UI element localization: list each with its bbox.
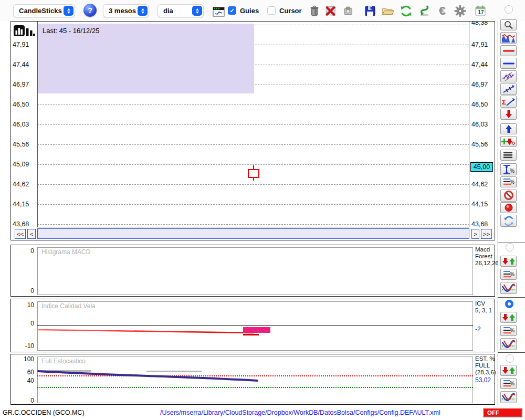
icv-panel-radio[interactable] xyxy=(505,300,513,308)
icv-panel-title: Indice Calidad Vela xyxy=(41,302,96,310)
refresh-icon[interactable] xyxy=(400,4,413,17)
sidebar-divider xyxy=(498,352,525,353)
toolbar: CandleSticks ? 3 mesos dia ✓ Guies Curso… xyxy=(0,0,525,21)
zero-line xyxy=(37,326,473,326)
scroll-first-button[interactable]: << xyxy=(15,229,26,239)
main-chart-panel[interactable]: Last: 45 - 16/12/25 47,91 47,44 46,97 46… xyxy=(10,21,495,240)
y-axis-label: 43,68 xyxy=(471,220,488,228)
axis-label: 60 xyxy=(19,369,34,376)
axis-label: -10 xyxy=(19,342,34,350)
forbid-tool-button[interactable] xyxy=(500,190,517,202)
svg-text:%: % xyxy=(510,328,514,333)
macd-info: Forest xyxy=(475,253,498,260)
y-axis-label: 46,50 xyxy=(13,100,29,109)
icv-red-line xyxy=(37,327,279,336)
settings-gear-icon[interactable] xyxy=(454,4,467,17)
axis-label: 100 xyxy=(19,355,34,363)
red-hline-tool-button[interactable] xyxy=(500,45,517,56)
record-tool-button[interactable] xyxy=(500,202,517,213)
macd-panel[interactable]: Histgrama MACD 0 0 Macd Forest 26,12,26 xyxy=(10,245,495,297)
period-select[interactable]: 3 mesos xyxy=(103,4,149,17)
axis-label: 0 xyxy=(19,287,34,295)
y-axis-label: 45,56 xyxy=(13,140,29,149)
macd-panel-title: Histgrama MACD xyxy=(41,248,90,256)
macd-arrows-button[interactable] xyxy=(500,256,517,267)
arrow-up-tool-button[interactable] xyxy=(500,123,517,134)
plot-frame xyxy=(37,22,469,227)
chart-type-select[interactable]: CandleSticks xyxy=(13,4,75,17)
stochastic-panel[interactable]: Full Estocastico 100 60 40 0 EST. % FULL… xyxy=(10,354,495,405)
stochastic-info: FULL xyxy=(475,362,498,369)
y-axis-label: 47,91 xyxy=(13,40,29,49)
current-price-tag: 45,00 xyxy=(470,162,493,172)
interval-select[interactable]: dia xyxy=(158,4,204,17)
y-axis-label: 45,56 xyxy=(471,140,488,149)
sum-trend-tool-button[interactable]: Σ xyxy=(500,96,517,108)
zoom-tool-button[interactable] xyxy=(500,19,517,30)
cursor-checkbox[interactable]: Cursor xyxy=(267,6,302,15)
icv-lines-percent-button[interactable]: % xyxy=(500,325,517,336)
chart-type-value: CandleSticks xyxy=(19,7,62,15)
y-axis-label: 48,38 xyxy=(471,21,488,27)
price-volume-chart-button[interactable] xyxy=(500,32,517,44)
guies-checkbox[interactable]: ✓ Guies xyxy=(228,6,259,15)
measure-percent-tool-button[interactable]: % xyxy=(500,163,517,175)
delete-red-x-icon[interactable] xyxy=(324,4,337,17)
stochastic-curves-button[interactable] xyxy=(500,391,517,403)
trash-icon[interactable] xyxy=(308,4,321,17)
blue-hline-tool-button[interactable] xyxy=(500,58,517,69)
zigzag-channel-tool-button[interactable] xyxy=(500,70,517,82)
icv-signal-bar xyxy=(243,327,270,333)
status-bar: GR.C.OCCIDEN (GCO.MC) /Users/mserra/Libr… xyxy=(0,407,525,420)
stochastic-panel-radio[interactable] xyxy=(506,354,514,363)
revert-icon[interactable] xyxy=(418,4,431,17)
y-axis-label: 45,09 xyxy=(13,160,29,169)
help-button[interactable]: ? xyxy=(83,4,97,17)
axis-label: 0 xyxy=(19,247,34,255)
save-floppy-icon[interactable] xyxy=(363,4,376,17)
sync-tool-button[interactable] xyxy=(500,215,517,227)
stochastic-info: (28,3,6) xyxy=(475,369,498,376)
cursor-label: Cursor xyxy=(279,7,302,15)
symbol-label: GR.C.OCCIDEN (GCO.MC) xyxy=(3,409,85,416)
macd-panel-radio[interactable] xyxy=(506,243,514,251)
icv-curves-button[interactable] xyxy=(500,338,517,350)
macd-info: Macd xyxy=(475,246,498,253)
off-status-badge[interactable]: OFF xyxy=(483,408,522,417)
icv-panel[interactable]: Indice Calidad Vela 10 0 -10 ICV 5, 3, 1… xyxy=(10,299,495,352)
y-axis-label: 44,62 xyxy=(13,180,29,188)
histogram-chart-icon[interactable] xyxy=(13,24,35,40)
config-path-label: /Users/mserra/Library/CloudStorage/Dropb… xyxy=(160,409,440,416)
icv-current-value: -2 xyxy=(475,326,481,333)
mini-chart-window-icon[interactable] xyxy=(212,5,225,18)
arrow-down-tool-button[interactable] xyxy=(500,109,517,120)
svg-text:%: % xyxy=(510,179,514,185)
candlestick xyxy=(248,169,259,178)
stochastic-lines-percent-button[interactable]: % xyxy=(500,378,517,389)
macd-info: 26,12,26 xyxy=(475,260,498,267)
main-chart-radio[interactable] xyxy=(505,5,513,14)
scroll-next-button[interactable]: > xyxy=(471,229,479,239)
calendar-icon[interactable]: 17 xyxy=(474,4,487,17)
chevron-up-down-icon xyxy=(192,6,202,16)
scroll-last-button[interactable]: >> xyxy=(481,229,492,239)
y-axis-label: 46,97 xyxy=(471,80,488,89)
svg-text:%: % xyxy=(510,381,514,386)
stochastic-current-value: 53,02 xyxy=(475,376,491,384)
trend-arrow-tool-button[interactable] xyxy=(500,83,517,95)
sidebar-divider xyxy=(498,21,498,405)
add-signal-tool-button[interactable] xyxy=(500,136,517,147)
macd-lines-percent-button[interactable]: % xyxy=(500,269,517,280)
macd-curves-button[interactable] xyxy=(500,282,517,294)
snapshot-icon[interactable] xyxy=(342,4,355,17)
icv-info: 5, 3, 1 xyxy=(475,307,498,314)
levels-tool-button[interactable] xyxy=(500,150,517,161)
lines-percent-tool-button[interactable]: % xyxy=(500,176,517,187)
y-axis-label: 46,03 xyxy=(13,120,29,129)
scroll-prev-button[interactable]: < xyxy=(27,229,36,239)
open-folder-icon[interactable] xyxy=(381,4,394,17)
stochastic-arrows-button[interactable] xyxy=(500,365,517,376)
icv-arrows-button[interactable] xyxy=(500,312,517,323)
chart-scrollbar-track[interactable] xyxy=(37,228,469,239)
svg-text:%: % xyxy=(510,271,514,277)
